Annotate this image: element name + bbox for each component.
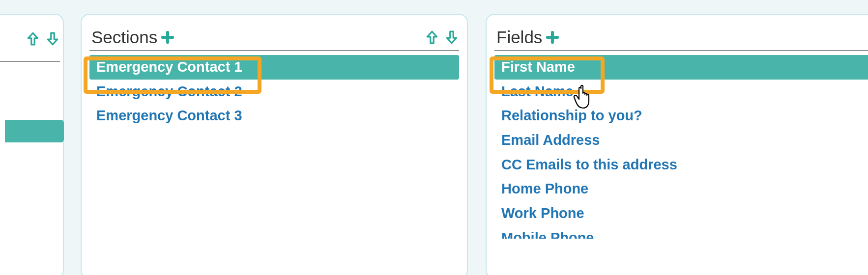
panel-title: Sections — [91, 28, 157, 47]
section-item[interactable]: Emergency Contact 2 — [89, 80, 459, 104]
panel-previous-partial — [0, 14, 64, 275]
panel-title: Fields — [496, 28, 542, 47]
sections-list: Emergency Contact 1 Emergency Contact 2 … — [87, 51, 462, 128]
field-item[interactable]: First Name — [494, 55, 868, 80]
field-item[interactable]: Mobile Phone — [494, 226, 868, 239]
add-field-icon[interactable] — [545, 30, 560, 45]
section-item[interactable]: Emergency Contact 3 — [89, 104, 459, 128]
field-item[interactable]: Last Name — [494, 80, 868, 104]
fields-list: First Name Last Name Relationship to you… — [492, 51, 868, 239]
arrow-down-icon[interactable] — [46, 31, 59, 46]
section-item[interactable]: Emergency Contact 1 — [89, 55, 459, 80]
field-item[interactable]: Email Address — [494, 128, 868, 153]
panel-header: Fields — [492, 28, 868, 50]
add-section-icon[interactable] — [160, 30, 175, 45]
arrow-up-icon[interactable] — [426, 30, 438, 45]
field-item[interactable]: CC Emails to this address — [494, 153, 868, 177]
reorder-arrows — [426, 30, 458, 45]
previous-panel-selected-row[interactable] — [5, 120, 64, 142]
arrow-up-icon[interactable] — [27, 31, 39, 46]
panel-divider — [0, 61, 60, 62]
reorder-arrows — [27, 31, 59, 46]
panel-header: Sections — [87, 28, 462, 50]
arrow-down-icon[interactable] — [445, 30, 458, 45]
field-item[interactable]: Relationship to you? — [494, 104, 868, 128]
field-item[interactable]: Home Phone — [494, 177, 868, 201]
panel-fields: Fields First Name Last Name Relationship… — [486, 14, 868, 275]
panel-sections: Sections Emergency Contact 1 Emergency C… — [81, 14, 468, 275]
field-item[interactable]: Work Phone — [494, 201, 868, 226]
